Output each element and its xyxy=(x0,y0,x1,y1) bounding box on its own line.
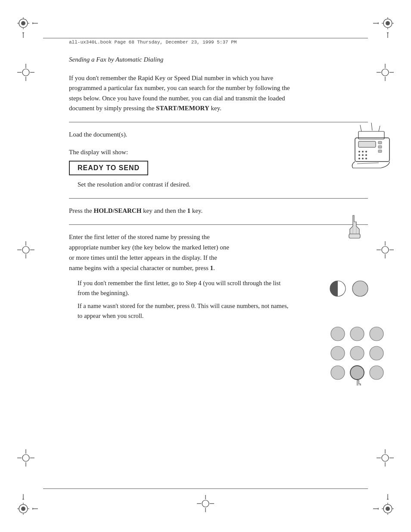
svg-point-106 xyxy=(350,366,364,380)
svg-point-70 xyxy=(202,500,209,507)
svg-point-45 xyxy=(382,69,389,76)
svg-line-78 xyxy=(371,123,372,131)
svg-point-84 xyxy=(358,151,360,152)
svg-point-98 xyxy=(352,281,368,296)
svg-point-101 xyxy=(370,327,383,341)
intro-paragraph: If you don't remember the Rapid Key or S… xyxy=(69,73,293,113)
side-mark-left-mid xyxy=(17,241,34,260)
svg-point-105 xyxy=(331,366,345,380)
svg-point-50 xyxy=(22,246,29,253)
svg-point-87 xyxy=(358,154,360,156)
svg-rect-80 xyxy=(358,141,376,147)
svg-point-21 xyxy=(21,507,25,511)
step3-buttons-illustration xyxy=(329,325,385,387)
svg-rect-82 xyxy=(378,146,382,148)
svg-point-40 xyxy=(22,69,29,76)
svg-point-89 xyxy=(365,154,367,156)
step-2-section: Press the HOLD/SEARCH key and then the 1… xyxy=(69,198,368,224)
corner-mark-bl xyxy=(17,493,39,515)
svg-rect-81 xyxy=(378,141,382,144)
svg-point-102 xyxy=(331,346,345,360)
svg-point-99 xyxy=(331,327,345,341)
step1-display-text: The display will show: xyxy=(69,147,368,157)
step3-sub-note2: If a name wasn't stored for the number, … xyxy=(78,301,289,320)
main-content: If you don't remember the Rapid Key or S… xyxy=(69,73,368,329)
display-box: READY TO SEND xyxy=(69,161,148,175)
side-mark-left-bot xyxy=(17,449,34,468)
svg-point-11 xyxy=(386,21,390,25)
svg-line-79 xyxy=(379,126,380,131)
step3-main-text: Enter the first letter of the stored nam… xyxy=(69,232,233,273)
svg-line-77 xyxy=(360,125,361,131)
svg-rect-83 xyxy=(378,150,382,152)
svg-point-65 xyxy=(382,454,389,461)
step-3-section: Enter the first letter of the stored nam… xyxy=(69,224,368,329)
svg-point-1 xyxy=(21,21,25,25)
bottom-center-mark xyxy=(197,495,214,514)
corner-mark-tr xyxy=(372,17,394,39)
resolution-text: Set the resolution and/or contrast if de… xyxy=(78,180,207,190)
side-mark-right-mid xyxy=(377,241,394,260)
step3-sub-note1: If you don't remember the first letter, … xyxy=(78,278,289,298)
hand-illustration-1 xyxy=(338,211,368,241)
svg-rect-96 xyxy=(349,234,360,238)
step2-buttons-illustration xyxy=(329,278,372,299)
svg-point-103 xyxy=(350,346,364,360)
svg-point-86 xyxy=(365,151,367,152)
svg-point-104 xyxy=(370,346,383,360)
corner-mark-tl xyxy=(17,17,39,39)
svg-point-100 xyxy=(350,327,364,341)
step1-load-text: Load the document(s). xyxy=(69,129,368,140)
svg-point-91 xyxy=(362,158,364,159)
corner-mark-br xyxy=(372,493,394,515)
svg-point-55 xyxy=(382,246,389,253)
svg-point-92 xyxy=(365,158,367,159)
svg-point-88 xyxy=(362,154,364,156)
header-file-info: all-ux340L.book Page 68 Thursday, Decemb… xyxy=(69,40,237,45)
section-title: Sending a Fax by Automatic Dialing xyxy=(69,56,163,63)
side-mark-right-bot xyxy=(377,449,394,468)
side-mark-right-top xyxy=(377,64,394,83)
step-1-section: Load the document(s). The display will s… xyxy=(69,122,368,198)
svg-point-60 xyxy=(22,454,29,461)
svg-point-31 xyxy=(386,507,390,511)
svg-point-107 xyxy=(370,366,383,380)
side-mark-left-top xyxy=(17,64,34,83)
svg-point-85 xyxy=(362,151,364,152)
fax-machine-illustration xyxy=(342,116,402,172)
svg-point-90 xyxy=(358,158,360,159)
step2-text: Press the HOLD/SEARCH key and then the 1… xyxy=(69,205,233,216)
svg-line-93 xyxy=(357,163,379,164)
bottom-rule xyxy=(43,488,368,489)
